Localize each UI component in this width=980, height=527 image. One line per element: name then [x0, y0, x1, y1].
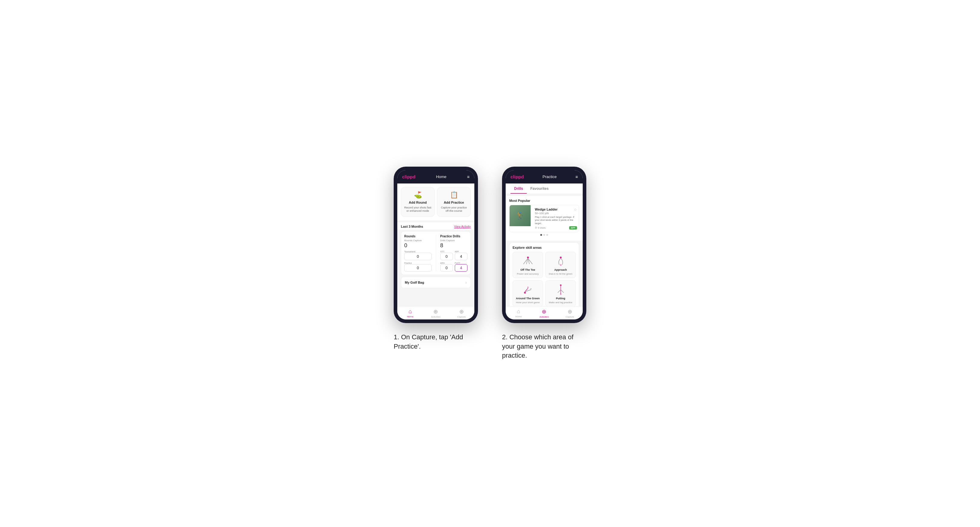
- tabs-row: Drills Favourites: [506, 184, 583, 194]
- drill-card[interactable]: 🏌 Wedge Ladder ☆ 50–100 yds Play 1 shot …: [509, 205, 579, 232]
- add-practice-icon: 📋: [450, 191, 458, 199]
- putt-value: 4: [457, 266, 465, 270]
- add-practice-desc: Capture your practice off-the-course: [440, 206, 468, 213]
- arg-box: 0: [440, 264, 453, 271]
- rounds-sub-stats: Tournament 0: [404, 251, 432, 260]
- clippd-logo-2: clippd: [511, 174, 524, 179]
- caption2: 2. Choose which area of your game you wa…: [502, 333, 586, 360]
- ott-label: OTT: [440, 251, 453, 253]
- ott-name: Off The Tee: [520, 268, 535, 271]
- skill-card-ott[interactable]: Off The Tee Power and accuracy: [512, 252, 543, 278]
- nav-home-2[interactable]: ⌂ Home: [506, 308, 531, 318]
- phone1-header: clippd Home ≡: [397, 170, 474, 184]
- phone2-section: clippd Practice ≡ Drills Favourites Most…: [502, 167, 586, 360]
- tournament-label: Tournament: [404, 251, 432, 253]
- hamburger-icon-1[interactable]: ≡: [467, 175, 469, 179]
- view-activity-link[interactable]: View Activity: [454, 225, 471, 228]
- explore-title: Explore skill areas: [512, 246, 576, 249]
- skill-card-approach[interactable]: Approach Dial-in to hit the green: [546, 252, 576, 278]
- putt-label: PUTT: [455, 262, 468, 264]
- caption1: 1. On Capture, tap 'Add Practice'.: [394, 333, 478, 351]
- phone1-bottom-nav: ⌂ Home ⊕ Activities ⊕ Capture: [397, 306, 474, 319]
- dot-1: [540, 234, 542, 236]
- atg-name: Around The Green: [516, 297, 540, 300]
- tournament-value: 0: [406, 254, 430, 259]
- putting-desc: Make and lag practice: [549, 301, 572, 304]
- star-icon[interactable]: ☆: [574, 208, 577, 212]
- app-stat: APP 4: [455, 251, 468, 260]
- svg-point-5: [560, 257, 562, 259]
- ott-diagram: [520, 255, 535, 267]
- stats-container: Rounds Rounds Capture 0 Tournament 0: [401, 231, 471, 275]
- home-nav-icon-1: ⌂: [409, 308, 412, 314]
- drill-yardage: 50–100 yds: [535, 212, 577, 215]
- putt-box: 4: [455, 264, 468, 271]
- skill-card-putting[interactable]: Putting Make and lag practice: [546, 280, 576, 306]
- home-nav-label-1: Home: [407, 315, 413, 318]
- tab-drills[interactable]: Drills: [511, 184, 527, 194]
- putt-stat: PUTT 4: [455, 262, 468, 271]
- practice-box: 0: [404, 264, 432, 271]
- dot-2: [543, 234, 545, 236]
- arg-stat: ARG 0: [440, 262, 453, 271]
- capture-nav-label-2: Capture: [566, 316, 574, 318]
- nav-activities-1[interactable]: ⊕ Activities: [423, 308, 449, 318]
- phone1-header-title: Home: [436, 175, 447, 179]
- activities-nav-icon-1: ⊕: [433, 308, 438, 315]
- add-round-desc: Record your shots fast or enhanced mode: [404, 206, 432, 213]
- approach-name: Approach: [554, 268, 567, 271]
- add-practice-title: Add Practice: [444, 201, 464, 204]
- activities-nav-label-2: Activities: [539, 316, 549, 318]
- most-popular-section: Most Popular 🏌 Wedge Ladder ☆ 50–100 yd: [506, 196, 583, 241]
- dot-3: [546, 234, 548, 236]
- rounds-column: Rounds Rounds Capture 0 Tournament 0: [404, 235, 432, 271]
- svg-point-0: [527, 257, 529, 259]
- nav-capture-2[interactable]: ⊕ Capture: [557, 308, 583, 318]
- drill-image: 🏌: [509, 205, 531, 226]
- app-label: APP: [455, 251, 468, 253]
- activities-nav-label-1: Activities: [431, 316, 441, 318]
- skill-card-atg[interactable]: Around The Green Hone your short game: [512, 280, 543, 306]
- phone2-frame: clippd Practice ≡ Drills Favourites Most…: [502, 167, 586, 323]
- nav-activities-2[interactable]: ⊕ Activities: [531, 308, 557, 318]
- capture-nav-label-1: Capture: [457, 316, 466, 318]
- chevron-right-icon: ›: [465, 280, 467, 285]
- add-round-icon: ⛳: [414, 191, 422, 199]
- drill-title-row: Wedge Ladder ☆: [535, 208, 577, 212]
- app-value: 4: [457, 254, 465, 259]
- drill-info: Wedge Ladder ☆ 50–100 yds Play 1 shot at…: [533, 205, 579, 232]
- hamburger-icon-2[interactable]: ≡: [576, 175, 578, 179]
- svg-point-10: [527, 287, 528, 288]
- tab-favourites[interactable]: Favourites: [527, 184, 552, 194]
- last-3-months-title: Last 3 Months: [401, 225, 423, 228]
- nav-capture-1[interactable]: ⊕ Capture: [449, 308, 474, 318]
- golf-bag-row[interactable]: My Golf Bag ›: [401, 277, 471, 288]
- atg-diagram: [520, 284, 535, 296]
- drill-title: Wedge Ladder: [535, 208, 558, 211]
- arg-value: 0: [442, 266, 451, 270]
- add-practice-card[interactable]: 📋 Add Practice Capture your practice off…: [437, 187, 471, 217]
- explore-section: Explore skill areas: [509, 243, 579, 306]
- tournament-box: 0: [404, 253, 432, 260]
- golf-bag-text: My Golf Bag: [405, 281, 424, 284]
- practice-label: Practice: [404, 262, 432, 264]
- drill-desc: Play 1 shot at each target yardage. If y…: [535, 216, 577, 225]
- drill-footer: ⏱ 9 shots APP: [535, 226, 577, 230]
- drills-capture-value: 8: [440, 243, 468, 249]
- activities-nav-icon-2: ⊕: [542, 308, 546, 315]
- phone2-header-title: Practice: [542, 175, 557, 179]
- add-round-card[interactable]: ⛳ Add Round Record your shots fast or en…: [401, 187, 434, 217]
- drills-capture-label: Drills Capture: [440, 239, 468, 242]
- drills-sub-stats-row1: OTT 0 APP 4: [440, 251, 468, 260]
- nav-home-1[interactable]: ⌂ Home: [397, 308, 423, 318]
- shots-count: ⏱ 9 shots: [535, 227, 546, 229]
- practice-stat-wrap: Practice 0: [404, 262, 432, 271]
- svg-point-7: [524, 292, 526, 294]
- drills-sub-stats-row2: ARG 0 PUTT 4: [440, 262, 468, 271]
- ott-value: 0: [442, 254, 451, 259]
- shots-count-text: 9 shots: [538, 227, 546, 229]
- phone2-header: clippd Practice ≡: [506, 170, 583, 184]
- svg-point-16: [560, 293, 562, 295]
- carousel-dots: [509, 232, 579, 238]
- approach-diagram: [553, 255, 568, 267]
